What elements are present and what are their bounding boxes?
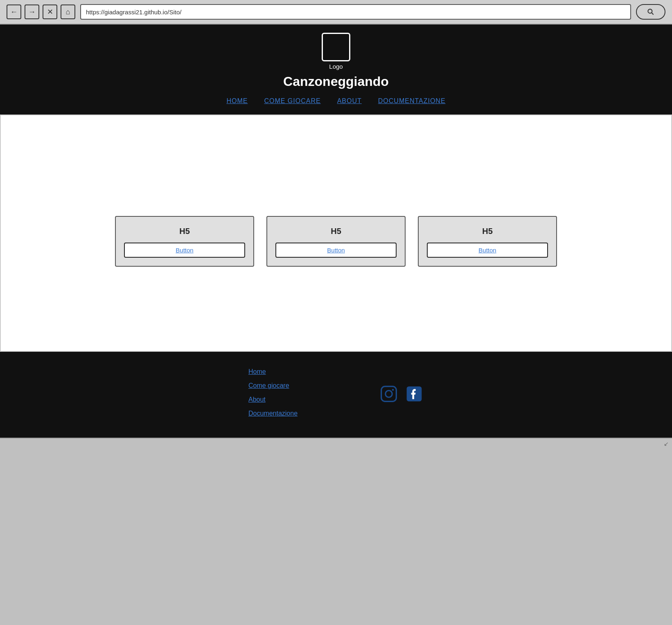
card-1-title: H5	[179, 227, 190, 236]
card-1-button-link[interactable]: Button	[176, 247, 193, 254]
cards-row: H5 Button H5 Button H5 Button	[17, 216, 655, 267]
svg-rect-2	[381, 387, 397, 402]
footer-link-home[interactable]: Home	[248, 368, 266, 375]
back-button[interactable]: ←	[7, 4, 21, 19]
footer-link-documentazione[interactable]: Documentazione	[248, 410, 298, 417]
footer-link-come-giocare[interactable]: Come giocare	[248, 382, 289, 389]
footer-link-about[interactable]: About	[248, 396, 266, 403]
logo-container: Logo	[322, 33, 350, 70]
nav-documentazione[interactable]: DOCUMENTAZIONE	[378, 97, 446, 105]
home-button[interactable]: ⌂	[61, 4, 75, 19]
site-main: H5 Button H5 Button H5 Button	[0, 115, 672, 352]
forward-button[interactable]: →	[25, 4, 39, 19]
card-2-title: H5	[331, 227, 341, 236]
address-bar[interactable]	[80, 4, 631, 20]
svg-line-1	[652, 13, 654, 15]
card-3: H5 Button	[418, 216, 557, 267]
card-1-button[interactable]: Button	[124, 243, 245, 258]
card-1: H5 Button	[115, 216, 254, 267]
browser-toolbar: ← → ✕ ⌂	[0, 0, 672, 25]
footer-links: Home Come giocare About Documentazione	[248, 368, 298, 417]
browser-nav: ← → ✕ ⌂	[7, 4, 75, 19]
site-title: Canzoneggiando	[283, 74, 389, 89]
search-button[interactable]	[636, 4, 665, 20]
resize-handle-icon: ↙	[664, 441, 669, 447]
card-2-button-link[interactable]: Button	[327, 247, 345, 254]
svg-point-0	[648, 9, 652, 13]
card-3-button[interactable]: Button	[427, 243, 548, 258]
nav-home[interactable]: HOME	[226, 97, 248, 105]
nav-about[interactable]: ABOUT	[337, 97, 362, 105]
logo-label: Logo	[329, 63, 343, 70]
close-button[interactable]: ✕	[43, 4, 57, 19]
site-footer: Home Come giocare About Documentazione	[0, 352, 672, 438]
card-2: H5 Button	[266, 216, 406, 267]
svg-point-4	[392, 389, 394, 391]
card-3-button-link[interactable]: Button	[478, 247, 496, 254]
logo-box	[322, 33, 350, 61]
footer-social	[379, 384, 424, 403]
svg-point-3	[386, 391, 392, 398]
instagram-icon[interactable]	[379, 384, 398, 403]
site-nav: HOME COME GIOCARE ABOUT DOCUMENTAZIONE	[226, 97, 445, 105]
card-2-button[interactable]: Button	[275, 243, 397, 258]
facebook-icon[interactable]	[405, 384, 424, 403]
website-content: Logo Canzoneggiando HOME COME GIOCARE AB…	[0, 25, 672, 438]
card-3-title: H5	[482, 227, 493, 236]
browser-bottom-bar: ↙	[0, 438, 672, 449]
nav-come-giocare[interactable]: COME GIOCARE	[264, 97, 320, 105]
site-header: Logo Canzoneggiando HOME COME GIOCARE AB…	[0, 25, 672, 115]
search-icon	[647, 8, 655, 16]
